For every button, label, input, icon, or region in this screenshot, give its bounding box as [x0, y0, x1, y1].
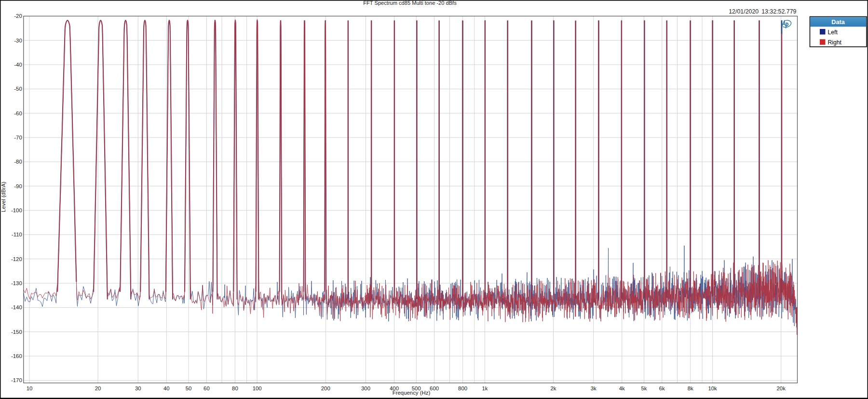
svg-text:-40: -40 — [14, 62, 22, 68]
svg-text:3k: 3k — [591, 385, 597, 391]
svg-text:80: 80 — [232, 385, 238, 391]
svg-text:-60: -60 — [14, 110, 22, 116]
svg-text:-70: -70 — [14, 135, 22, 140]
svg-text:-170: -170 — [11, 377, 22, 383]
svg-text:100: 100 — [253, 385, 262, 391]
svg-text:-160: -160 — [11, 353, 22, 359]
svg-text:20: 20 — [95, 385, 101, 391]
svg-text:40: 40 — [163, 385, 170, 391]
svg-text:-30: -30 — [14, 38, 22, 43]
svg-text:6k: 6k — [659, 385, 665, 391]
svg-text:800: 800 — [458, 385, 467, 391]
svg-text:300: 300 — [361, 385, 370, 391]
svg-text:-110: -110 — [12, 232, 22, 237]
svg-text:Frequency (Hz): Frequency (Hz) — [393, 390, 431, 396]
svg-text:50: 50 — [186, 385, 192, 391]
svg-text:-20: -20 — [14, 13, 22, 19]
svg-text:Data: Data — [831, 19, 845, 26]
svg-text:8k: 8k — [688, 385, 693, 391]
svg-text:2k: 2k — [550, 385, 556, 391]
svg-text:FFT Spectrum cd85 Multi tone -: FFT Spectrum cd85 Multi tone -20 dBfs — [363, 0, 457, 6]
svg-text:Left: Left — [828, 29, 838, 36]
svg-text:1k: 1k — [482, 385, 488, 391]
svg-text:-140: -140 — [11, 304, 22, 310]
svg-text:-100: -100 — [11, 207, 22, 213]
svg-text:20k: 20k — [777, 385, 786, 391]
svg-text:60: 60 — [203, 385, 210, 391]
svg-text:Level (dBrA): Level (dBrA) — [0, 181, 6, 212]
svg-text:Right: Right — [828, 39, 842, 46]
svg-text:200: 200 — [321, 385, 330, 391]
svg-text:-120: -120 — [11, 256, 22, 262]
svg-text:-80: -80 — [14, 159, 22, 165]
svg-text:600: 600 — [430, 385, 439, 391]
svg-text:-130: -130 — [11, 280, 22, 286]
svg-text:-150: -150 — [11, 329, 22, 335]
svg-text:-50: -50 — [14, 86, 22, 92]
svg-text:30: 30 — [135, 385, 141, 391]
svg-text:10: 10 — [27, 385, 33, 391]
svg-text:12/01/2020 13:32:52.779: 12/01/2020 13:32:52.779 — [729, 8, 796, 15]
svg-text:5k: 5k — [641, 385, 647, 391]
svg-text:-90: -90 — [14, 183, 22, 189]
svg-text:4k: 4k — [619, 385, 625, 391]
svg-text:10k: 10k — [708, 385, 717, 391]
